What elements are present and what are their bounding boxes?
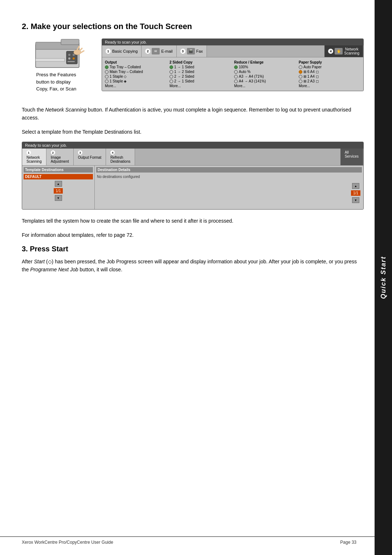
- radio-staple2: [105, 80, 109, 83]
- tab-num-4: 4: [328, 49, 333, 54]
- scan-tab-label-4: RefreshDestinations: [110, 155, 130, 163]
- paper-row-1: Auto Paper: [299, 65, 360, 69]
- radio-main-tray: [105, 70, 109, 74]
- tab-label-2: E-mail: [161, 49, 172, 53]
- scan-tab-label-3: Output Format: [78, 155, 101, 159]
- sided-more[interactable]: More...: [170, 84, 231, 88]
- sided-row-3: 2 → 2 Sided: [170, 74, 231, 78]
- output-row-4: 1 Staple ◈: [105, 79, 167, 83]
- scan-tab-network[interactable]: 1 NetworkScanning: [22, 149, 46, 165]
- output-label-2: Main Tray – Collated: [110, 70, 143, 74]
- scroll-down-button[interactable]: ▼: [55, 195, 62, 201]
- svg-line-12: [79, 48, 82, 51]
- scan-tab-num-3: 3: [78, 150, 82, 155]
- email-icon: ✉: [152, 48, 160, 54]
- scan-tab-refresh[interactable]: 4 RefreshDestinations: [106, 149, 135, 165]
- body-text-2: Select a template from the Template Dest…: [22, 128, 364, 136]
- paper-label-2: ⊞ 6 A4 ◻: [303, 70, 319, 74]
- default-template-item[interactable]: DEFAULT: [24, 174, 93, 179]
- svg-rect-9: [68, 61, 75, 62]
- destination-details-header: Destination Details: [96, 167, 362, 173]
- footer-right: Page 33: [340, 540, 356, 545]
- sided-label-2: 1 → 2 Sided: [174, 70, 194, 74]
- tab-num-2: 2: [145, 49, 150, 54]
- tab-fax[interactable]: 3 📠 Fax: [177, 45, 207, 57]
- scan-tab-num-1: 1: [26, 150, 31, 155]
- panel-tabs: 1 Basic Copying 2 ✉ E-mail 3 📠 Fax: [102, 45, 363, 57]
- scroll-up-button[interactable]: ▲: [55, 181, 62, 187]
- output-title: Output: [105, 60, 167, 64]
- sided-row-2: 1 → 2 Sided: [170, 70, 231, 74]
- tab-basic-copying[interactable]: 1 Basic Copying: [102, 45, 142, 57]
- paper-more[interactable]: More...: [299, 84, 360, 88]
- radio-1to2: [170, 70, 173, 74]
- scan-tab-all-label: AllServices: [345, 150, 359, 158]
- radio-staple1: [105, 75, 109, 78]
- scroll-down-right-button[interactable]: ▼: [352, 197, 359, 203]
- tab-network-scanning[interactable]: 4 🖐 NetworkScanning: [324, 45, 363, 57]
- tab-num-3: 3: [180, 49, 185, 54]
- radio-a4a3: [234, 80, 238, 83]
- template-destinations-column: Template Destinations DEFAULT ▲ 1/1 ▼: [22, 166, 95, 209]
- panel-body: Output Top Tray – Collated Main Tray – C…: [102, 57, 363, 91]
- svg-point-8: [73, 57, 75, 60]
- scan-tab-image[interactable]: 2 ImageAdjustment: [46, 149, 74, 165]
- paper-label-1: Auto Paper: [303, 65, 322, 69]
- sided-copy-column: 2 Sided Copy 1 → 1 Sided 1 → 2 Sided: [169, 60, 232, 89]
- output-label-4: 1 Staple ◈: [110, 79, 127, 83]
- section2-heading: 2. Make your selections on the Touch Scr…: [22, 22, 364, 31]
- reduce-enlarge-column: Reduce / Enlarge 100% Auto %: [233, 60, 297, 89]
- svg-rect-3: [36, 58, 65, 61]
- side-tab: Quick Start: [375, 0, 392, 555]
- machine-illustration: [28, 39, 85, 71]
- page-indicator-left: 1/1: [54, 188, 63, 194]
- template-destinations-header: Template Destinations: [24, 167, 93, 173]
- footer: Xerox WorkCentre Pro/CopyCentre User Gui…: [0, 536, 375, 548]
- sided-row-1: 1 → 1 Sided: [170, 65, 231, 69]
- footer-left: Xerox WorkCentre Pro/CopyCentre User Gui…: [22, 540, 113, 545]
- radio-2to2: [170, 75, 173, 78]
- sided-label-1: 1 → 1 Sided: [174, 65, 194, 69]
- reduce-label-1: 100%: [239, 65, 248, 69]
- right-column: Ready to scan your job. 1 Basic Copying …: [102, 39, 364, 98]
- reduce-row-4: A4 → A3 (141%): [234, 79, 296, 83]
- paper-label-4: ⊞ 2 A3 ◻: [303, 79, 319, 83]
- sided-label-3: 2 → 2 Sided: [174, 74, 194, 78]
- radio-a3a4: [234, 75, 238, 78]
- radio-tray6: [299, 70, 302, 74]
- radio-top-tray: [105, 65, 109, 69]
- scan-tab-all-services[interactable]: AllServices: [340, 149, 363, 165]
- sided-row-4: 2 → 1 Sided: [170, 79, 231, 83]
- tab-label-4: NetworkScanning: [344, 47, 359, 55]
- reduce-more[interactable]: More...: [234, 84, 296, 88]
- scroll-up-right-button[interactable]: ▲: [352, 183, 359, 189]
- output-label-1: Top Tray – Collated: [110, 65, 141, 69]
- reduce-label-2: Auto %: [239, 70, 250, 74]
- radio-auto: [234, 70, 238, 74]
- left-caption: Press the Features button to display Cop…: [36, 71, 76, 93]
- scan-tab-output[interactable]: 3 Output Format: [74, 149, 106, 165]
- svg-point-7: [68, 57, 70, 60]
- paper-title: Paper Supply: [299, 60, 360, 64]
- svg-point-5: [68, 54, 70, 56]
- touch-screen-panel: Ready to scan your job. 1 Basic Copying …: [102, 39, 364, 91]
- scan-status-bar: Ready to scan your job.: [22, 142, 363, 149]
- scan-panel: Ready to scan your job. 1 NetworkScannin…: [22, 142, 364, 210]
- tab-num-1: 1: [106, 49, 111, 54]
- intro-row: Press the Features button to display Cop…: [22, 39, 364, 98]
- radio-tray2: [299, 80, 302, 83]
- radio-1to1: [170, 65, 173, 69]
- paper-row-3: ⊞ 1 A4 ◻: [299, 74, 360, 78]
- svg-rect-2: [61, 39, 79, 45]
- tab-label-1: Basic Copying: [112, 49, 138, 53]
- radio-100: [234, 65, 238, 69]
- page-indicator-right: 1/1: [351, 190, 360, 196]
- body-text-4: For information about templates, refer t…: [22, 231, 364, 239]
- reduce-row-2: Auto %: [234, 70, 296, 74]
- sided-label-4: 2 → 1 Sided: [174, 79, 194, 83]
- tab-email[interactable]: 2 ✉ E-mail: [142, 45, 176, 57]
- scan-tab-num-2: 2: [51, 150, 55, 155]
- body-text-3: Templates tell the system how to create …: [22, 217, 364, 225]
- reduce-title: Reduce / Enlarge: [234, 60, 296, 64]
- output-more[interactable]: More...: [105, 84, 167, 88]
